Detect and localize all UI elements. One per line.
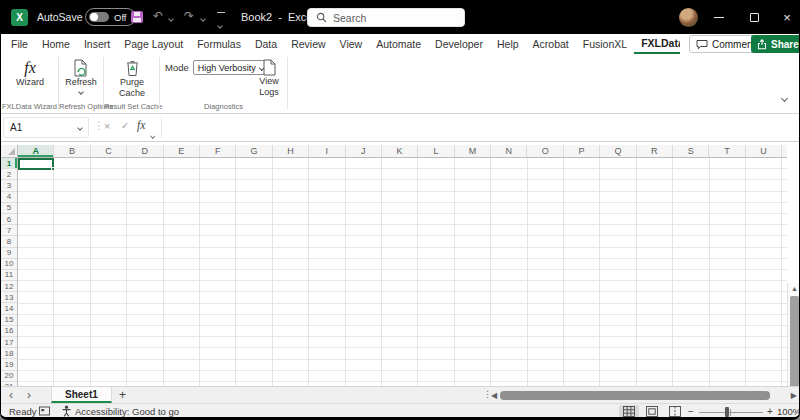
ribbon-tab[interactable]: Home (35, 34, 77, 54)
redo-icon[interactable]: ↷ (184, 9, 194, 23)
formula-input-area[interactable] (161, 117, 797, 138)
scroll-up-icon[interactable]: ▲ (788, 283, 800, 294)
row-header[interactable]: 17 (1, 337, 17, 348)
column-header[interactable]: V (782, 145, 787, 157)
column-header[interactable]: O (527, 145, 563, 157)
maximize-button[interactable] (738, 1, 770, 34)
ribbon-tab[interactable]: Review (284, 34, 332, 54)
row-header[interactable]: 10 (1, 259, 17, 270)
page-break-view-button[interactable] (665, 405, 685, 418)
row-header[interactable]: 13 (1, 292, 17, 303)
column-header[interactable]: L (418, 145, 454, 157)
row-header[interactable]: 18 (1, 348, 17, 359)
ribbon-tab[interactable]: Acrobat (526, 34, 576, 54)
formula-input[interactable] (162, 117, 797, 138)
close-button[interactable]: × (771, 1, 800, 34)
sheet-tab-sheet1[interactable]: Sheet1 (51, 387, 112, 403)
zoom-out-icon[interactable]: − (688, 406, 694, 417)
ribbon-tab[interactable]: FXLData (634, 34, 680, 54)
autosave-toggle[interactable]: Off (85, 8, 136, 26)
quick-access-customize-icon[interactable] (217, 12, 225, 34)
row-header[interactable]: 15 (1, 315, 17, 326)
row-header[interactable]: 9 (1, 248, 17, 259)
zoom-slider-thumb[interactable] (725, 407, 729, 417)
purge-cache-button[interactable]: Purge Cache (113, 59, 151, 98)
name-box[interactable]: A1 (3, 117, 89, 138)
column-header[interactable]: B (54, 145, 90, 157)
column-header[interactable]: U (746, 145, 782, 157)
ribbon-tab[interactable]: Formulas (190, 34, 248, 54)
accessibility-status[interactable]: Accessibility: Good to go (75, 406, 179, 417)
search-box[interactable] (307, 8, 465, 27)
row-header[interactable]: 8 (1, 236, 17, 247)
column-header[interactable]: P (564, 145, 600, 157)
row-header[interactable]: 20 (1, 371, 17, 382)
refresh-dropdown-icon[interactable] (78, 89, 84, 95)
column-header[interactable]: K (382, 145, 418, 157)
row-header[interactable]: 12 (1, 281, 17, 292)
undo-icon[interactable]: ↶ (153, 9, 163, 23)
share-button[interactable]: Share (751, 35, 800, 53)
column-header[interactable]: C (91, 145, 127, 157)
zoom-in-icon[interactable]: + (767, 406, 773, 417)
cell-area[interactable] (18, 158, 787, 386)
column-header[interactable]: F (200, 145, 236, 157)
row-header[interactable]: 1 (1, 158, 17, 169)
ribbon-tab[interactable]: Insert (77, 34, 117, 54)
fill-handle[interactable] (51, 167, 55, 171)
next-sheet-icon[interactable]: › (27, 388, 31, 403)
column-header[interactable]: R (637, 145, 673, 157)
refresh-button[interactable]: Refresh (63, 59, 99, 94)
horizontal-scroll-thumb[interactable] (500, 391, 770, 400)
column-header[interactable]: D (127, 145, 163, 157)
accessibility-icon[interactable] (61, 405, 72, 419)
cancel-icon[interactable]: × (104, 120, 110, 132)
enter-icon[interactable]: ✓ (121, 120, 129, 131)
column-header[interactable]: H (273, 145, 309, 157)
view-logs-button[interactable]: View Logs (253, 59, 285, 97)
account-avatar[interactable] (679, 8, 698, 27)
column-header[interactable]: M (455, 145, 491, 157)
scroll-right-icon[interactable]: ▶ (791, 391, 797, 400)
wizard-button[interactable]: fx Wizard (11, 59, 49, 88)
column-header[interactable]: I (309, 145, 345, 157)
ribbon-tab[interactable]: Help (490, 34, 526, 54)
insert-function-icon[interactable]: fx (137, 119, 145, 131)
add-sheet-icon[interactable]: + (119, 388, 126, 402)
normal-view-button[interactable] (619, 405, 639, 418)
row-header[interactable]: 7 (1, 225, 17, 236)
row-header[interactable]: 5 (1, 203, 17, 214)
zoom-slider-track[interactable] (699, 412, 763, 413)
row-header[interactable]: 16 (1, 326, 17, 337)
zoom-level[interactable]: 100% (777, 406, 800, 417)
column-header[interactable]: A (18, 145, 54, 157)
column-header[interactable]: N (491, 145, 527, 157)
redo-dropdown-icon[interactable] (200, 16, 206, 22)
undo-dropdown-icon[interactable] (168, 16, 174, 22)
column-header[interactable]: J (346, 145, 382, 157)
search-input[interactable] (333, 12, 443, 24)
minimize-button[interactable] (703, 1, 735, 34)
column-header[interactable]: T (709, 145, 745, 157)
page-layout-view-button[interactable] (642, 405, 662, 418)
row-header[interactable]: 11 (1, 270, 17, 281)
row-header[interactable]: 6 (1, 214, 17, 225)
row-header[interactable]: 2 (1, 169, 17, 180)
column-header[interactable]: S (673, 145, 709, 157)
ribbon-tab[interactable]: Developer (428, 34, 490, 54)
ribbon-tab[interactable]: View (333, 34, 370, 54)
selected-cell-a1[interactable] (18, 158, 54, 170)
save-icon[interactable] (131, 11, 143, 23)
row-header[interactable]: 3 (1, 180, 17, 191)
ribbon-tab[interactable]: FusionXL (576, 34, 634, 54)
select-all-button[interactable] (1, 145, 18, 158)
column-header[interactable]: E (164, 145, 200, 157)
row-header[interactable]: 14 (1, 303, 17, 314)
horizontal-scrollbar[interactable]: ◀ ▶ (491, 388, 797, 403)
collapse-ribbon-icon[interactable] (782, 89, 787, 107)
previous-sheet-icon[interactable]: ‹ (9, 388, 13, 403)
column-header[interactable]: Q (600, 145, 636, 157)
ribbon-tab[interactable]: Data (248, 34, 284, 54)
ribbon-tab[interactable]: Automate (369, 34, 428, 54)
row-header[interactable]: 4 (1, 192, 17, 203)
